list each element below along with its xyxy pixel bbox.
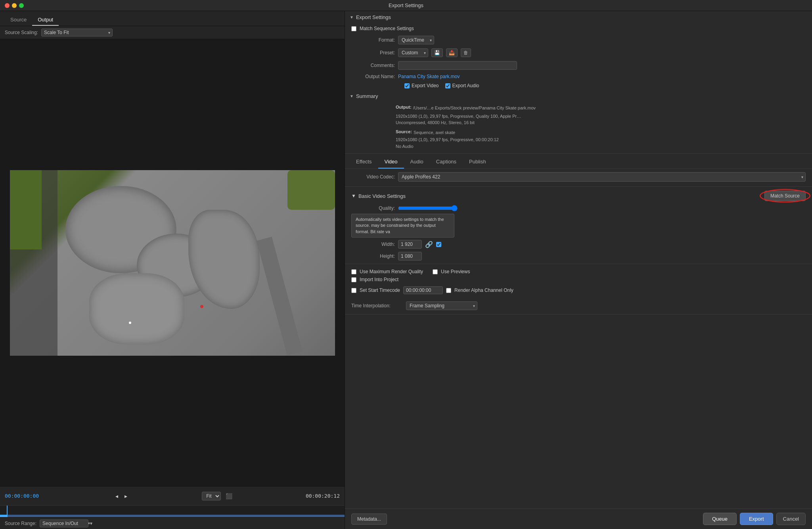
import-into-project-checkbox[interactable]: [351, 277, 356, 282]
timeline-playhead[interactable]: [7, 506, 8, 517]
preset-save-button[interactable]: 💾: [431, 48, 443, 57]
set-start-timecode-label: Set Start Timecode: [360, 288, 400, 293]
action-buttons-group: Queue Export Cancel: [703, 513, 806, 525]
preset-row: Preset: Custom 💾 📥 🗑: [345, 46, 812, 59]
close-button[interactable]: [5, 3, 10, 8]
export-audio-checkbox[interactable]: [445, 83, 450, 88]
title-bar: Export Settings: [0, 0, 812, 11]
skate-pool-4: [188, 210, 260, 309]
maximize-button[interactable]: [19, 3, 24, 8]
screen-icon[interactable]: ⬛: [226, 493, 232, 499]
grass-area-right: [287, 170, 335, 210]
export-video-checkbox-item[interactable]: Export Video: [404, 83, 439, 88]
summary-title: Summary: [356, 93, 378, 99]
preset-select[interactable]: Custom: [398, 48, 428, 57]
output-name-link[interactable]: Panama City Skate park.mov: [398, 74, 460, 79]
render-alpha-label: Render Alpha Channel Only: [454, 288, 513, 293]
export-button[interactable]: Export: [740, 513, 773, 525]
window-controls: [5, 3, 24, 8]
prev-frame-button[interactable]: ◂: [114, 492, 120, 500]
minimize-button[interactable]: [12, 3, 17, 8]
summary-block: Output: /Users/…e Exports/Stock preview/…: [345, 102, 812, 152]
format-row: Format: QuickTime: [345, 34, 812, 46]
timecode-current: 00:00:00:00: [5, 493, 40, 499]
comments-row: Comments:: [345, 59, 812, 72]
export-audio-label: Export Audio: [452, 83, 479, 88]
chain-checkbox[interactable]: [436, 242, 441, 247]
source-scaling-label: Source Scaling:: [5, 30, 38, 35]
preset-select-wrapper: Custom: [398, 48, 428, 57]
tab-effects[interactable]: Effects: [350, 155, 378, 169]
export-settings-section-header[interactable]: ▼ Export Settings: [345, 11, 812, 23]
import-into-project-label: Import Into Project: [360, 277, 398, 282]
comments-input[interactable]: [398, 61, 517, 70]
window-title: Export Settings: [389, 2, 423, 8]
quality-row: Quality:: [345, 203, 812, 213]
video-codec-select[interactable]: Apple ProRes 422: [398, 172, 806, 182]
quality-label: Quality:: [351, 205, 395, 211]
use-previews-label: Use Previews: [441, 269, 470, 274]
match-sequence-label: Match Sequence Settings: [360, 26, 414, 31]
use-previews-checkbox[interactable]: [433, 269, 438, 274]
export-video-checkbox[interactable]: [404, 83, 410, 88]
match-source-button[interactable]: Match Source: [764, 191, 806, 201]
left-panel: Source Output Source Scaling: Scale To F…: [0, 11, 345, 529]
metadata-button[interactable]: Metadata...: [351, 514, 387, 525]
tab-audio[interactable]: Audio: [404, 155, 430, 169]
summary-source-detail2: No Audio: [396, 143, 806, 150]
skate-background: [10, 170, 335, 356]
preview-image: [10, 170, 335, 356]
preview-area: [0, 39, 345, 486]
match-sequence-checkbox[interactable]: [351, 26, 356, 31]
start-timecode-input[interactable]: [403, 286, 443, 294]
divider-1: [345, 153, 812, 154]
tab-video[interactable]: Video: [378, 155, 404, 169]
quality-slider[interactable]: [398, 205, 458, 211]
divider-2: [345, 186, 812, 187]
tab-output[interactable]: Output: [32, 14, 59, 26]
right-panel: ▼ Export Settings Match Sequence Setting…: [345, 11, 812, 529]
main-layout: Source Output Source Scaling: Scale To F…: [0, 11, 812, 529]
left-tab-bar: Source Output: [0, 11, 345, 26]
height-input[interactable]: [398, 252, 422, 261]
tooltip-text: Automatically sets video settings to mat…: [356, 217, 444, 234]
format-select[interactable]: QuickTime: [398, 36, 434, 44]
source-range-label: Source Range:: [5, 521, 36, 526]
play-button[interactable]: ▸: [123, 492, 129, 500]
source-range-wrapper: Sequence In/Out ▾: [40, 519, 92, 527]
queue-button[interactable]: Queue: [703, 513, 737, 525]
grass-area-left: [10, 170, 42, 249]
format-select-wrapper: QuickTime: [398, 36, 434, 44]
summary-section-header[interactable]: ▼ Summary: [345, 90, 812, 102]
preset-delete-button[interactable]: 🗑: [461, 48, 471, 57]
comments-label: Comments:: [351, 63, 395, 68]
export-checkboxes-row: Export Video Export Audio: [345, 81, 812, 90]
height-label: Height:: [351, 253, 395, 259]
time-interpolation-select[interactable]: Frame Sampling: [406, 301, 477, 310]
tab-source[interactable]: Source: [5, 14, 32, 26]
use-max-render-label: Use Maximum Render Quality: [360, 269, 423, 274]
export-audio-checkbox-item[interactable]: Export Audio: [445, 83, 479, 88]
preset-import-button[interactable]: 📥: [446, 48, 458, 57]
bottom-button-bar: Metadata... Queue Export Cancel: [345, 508, 812, 529]
width-input[interactable]: [398, 240, 422, 249]
video-codec-select-wrapper: Apple ProRes 422: [398, 172, 806, 182]
tab-captions[interactable]: Captions: [430, 155, 463, 169]
cancel-button[interactable]: Cancel: [776, 513, 806, 525]
fit-dropdown[interactable]: Fit: [202, 492, 221, 500]
import-into-project-row: Import Into Project: [351, 277, 806, 282]
tab-publish[interactable]: Publish: [463, 155, 492, 169]
source-scaling-wrapper: Scale To Fit ▾: [41, 29, 113, 36]
set-start-timecode-row: Set Start Timecode Render Alpha Channel …: [351, 285, 806, 296]
export-video-label: Export Video: [412, 83, 439, 88]
render-alpha-checkbox[interactable]: [446, 288, 451, 293]
summary-source-detail: 1920x1080 (1,0), 29,97 fps, Progressive,…: [396, 136, 806, 143]
use-max-render-checkbox[interactable]: [351, 269, 356, 274]
width-row: Width: 🔗: [345, 238, 812, 250]
set-start-timecode-checkbox[interactable]: [351, 288, 356, 293]
timeline-bar[interactable]: [0, 505, 345, 517]
source-range-arrow-icon: ▾: [90, 521, 92, 526]
source-scaling-select[interactable]: Scale To Fit: [41, 29, 113, 36]
source-range-select[interactable]: Sequence In/Out: [40, 519, 88, 527]
skate-pool-3: [89, 273, 184, 345]
